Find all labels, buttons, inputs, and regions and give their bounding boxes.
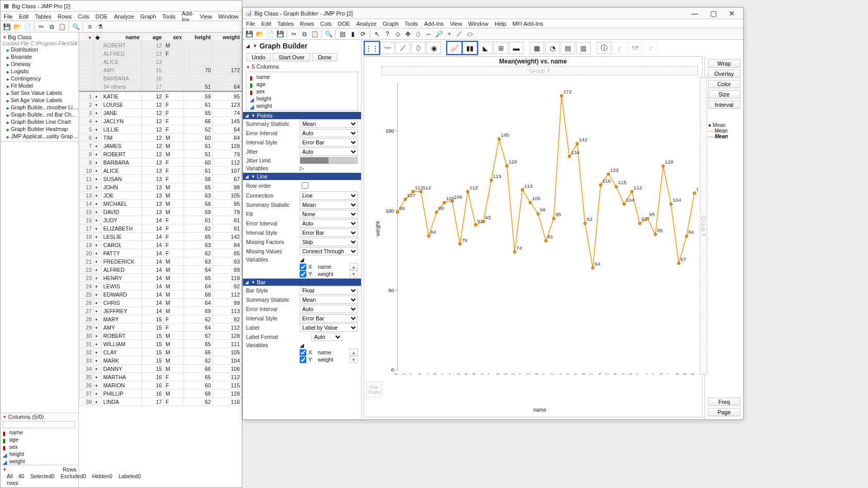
sort-icon[interactable]: ≡ (85, 22, 94, 31)
col-age[interactable]: age (141, 33, 163, 41)
col-sex[interactable]: sex (163, 33, 184, 41)
new-file-icon[interactable]: 📄 (23, 22, 32, 31)
menu-window[interactable]: Window (468, 21, 488, 27)
l-vars-expand-icon[interactable]: ◢ (300, 256, 304, 263)
b-style-select[interactable]: Float (300, 286, 358, 295)
table-row[interactable]: 30•ROBERT15M67128 (79, 332, 242, 340)
column-item[interactable]: ◢weight (1, 458, 78, 465)
gw-cut-icon[interactable]: ✂ (289, 29, 299, 39)
elem-area-icon[interactable]: ◣ (478, 42, 493, 54)
overlay-button[interactable]: Overlay (708, 70, 740, 78)
menu-cols[interactable]: Cols (78, 13, 89, 20)
table-row[interactable]: 22•ALFRED14M6499 (79, 266, 242, 274)
open-folder-icon[interactable]: 📂 (12, 22, 22, 31)
l-missf-select[interactable]: Skip (300, 238, 358, 246)
gw-copy-icon[interactable]: ⧉ (300, 29, 309, 39)
menu-window[interactable]: Window (218, 13, 238, 20)
menu-view[interactable]: View (200, 13, 212, 20)
table-row[interactable]: 29•AMY15F64112 (79, 323, 242, 332)
pinned-row[interactable]: ALFRED13F (79, 50, 242, 58)
rows-header[interactable]: Rows (63, 466, 76, 473)
menu-edit[interactable]: Edit (19, 13, 29, 20)
table-row[interactable]: 16•JUDY14F6181 (79, 216, 242, 224)
table-row[interactable]: 36•MARION16F60115 (79, 381, 242, 389)
filter-icon[interactable]: ⚗ (95, 22, 105, 31)
save-icon[interactable]: 💾 (2, 22, 11, 31)
graph-canvas[interactable]: Mean(weight) vs. name Group X Group Y we… (364, 56, 702, 417)
dropzone-map-shape[interactable]: Map Shape (366, 382, 382, 397)
table-row[interactable]: 18•LESLIE14F65142 (79, 233, 242, 241)
b-y-check[interactable] (300, 356, 306, 363)
crosshair-icon[interactable]: ✥ (403, 29, 413, 39)
elem-heatmap-icon[interactable]: ▦ (530, 42, 544, 54)
interval-button[interactable]: Interval (708, 101, 740, 109)
p-intsty-select[interactable]: Error Bar (300, 138, 358, 147)
b-y-down-icon[interactable]: ▼ (350, 356, 358, 363)
table-row[interactable]: 19•CAROL14F6384 (79, 241, 242, 249)
table-row[interactable]: 17•ELIZABETH14F6291 (79, 224, 242, 233)
elem-caption-icon[interactable]: ⓘ (597, 42, 611, 54)
gw-open-icon[interactable]: 📂 (255, 29, 264, 39)
menu-tables[interactable]: Tables (277, 21, 294, 27)
table-row[interactable]: 9•BARBARA13F60112 (79, 158, 242, 167)
column-item[interactable]: ▮sex (248, 88, 356, 95)
elem-box-icon[interactable]: ⊞ (494, 42, 508, 54)
table-row[interactable]: 25•EDWARD14M68112 (79, 290, 242, 299)
pinned-row[interactable]: BARBARA16 (79, 74, 242, 83)
b-intsty-select[interactable]: Error Bar (300, 314, 358, 322)
elem-line-icon[interactable]: 📈 (447, 42, 462, 54)
l-fill-select[interactable]: None (300, 210, 358, 218)
done-button[interactable]: Done (312, 53, 337, 61)
table-row[interactable]: 11•SUSAN13F5667 (79, 175, 242, 183)
l-x-check[interactable] (300, 264, 306, 270)
column-item[interactable]: ◢height (1, 450, 78, 458)
l-y-down-icon[interactable]: ▼ (350, 270, 358, 278)
table-row[interactable]: 4•JACLYN12F66145 (79, 117, 242, 125)
menu-add-ins[interactable]: Add-Ins (424, 21, 444, 27)
menu-doe[interactable]: DOE (95, 13, 108, 20)
menu-rows[interactable]: Rows (300, 21, 315, 27)
b-labelfmt-select[interactable]: Auto (312, 333, 342, 341)
pinned-row[interactable]: AMY1570172 (79, 66, 242, 74)
wrap-button[interactable]: Wrap (708, 59, 740, 68)
table-row[interactable]: 20•PATTY14F6285 (79, 249, 242, 257)
menu-mfiadd-ins[interactable]: MFI Add-Ins (513, 21, 543, 27)
elem-parallel-icon[interactable]: ⫽ (643, 42, 658, 54)
gw-paste-icon[interactable]: 📋 (310, 29, 319, 39)
menu-view[interactable]: View (450, 21, 462, 27)
size-button[interactable]: Size (708, 90, 740, 99)
elem-points-icon[interactable]: ⋮⋮ (365, 42, 379, 54)
l-intsty-select[interactable]: Error Bar (300, 229, 358, 237)
l-y-check[interactable] (300, 271, 306, 278)
dropzone-group-y[interactable]: Group Y (700, 77, 707, 375)
script-item[interactable]: Set Sex Value Labels (1, 90, 78, 97)
undo-button[interactable]: Undo (246, 53, 271, 61)
table-row[interactable]: 10•ALICE13F61107 (79, 167, 242, 175)
zoom-icon[interactable]: 🔍 (324, 29, 333, 39)
column-item[interactable]: ▮sex (1, 443, 78, 450)
column-item[interactable]: ▮name (1, 429, 78, 436)
b-vars-expand-icon[interactable]: ◢ (300, 342, 304, 348)
ellipse-icon[interactable]: ⬭ (465, 29, 474, 39)
script-item[interactable]: JMP Applicat...uality Graphs (1, 133, 78, 140)
table-row[interactable]: 12•JOHN13M6598 (79, 183, 242, 191)
p-sumstat-select[interactable]: Mean (300, 120, 358, 128)
cut-icon[interactable]: ✂ (37, 22, 46, 31)
l-roworder-check[interactable] (302, 182, 308, 189)
table-row[interactable]: 5•LILLIE12F5264 (79, 125, 242, 134)
copy-icon[interactable]: ⧉ (47, 22, 56, 31)
column-item[interactable]: ◢height (248, 95, 356, 102)
menu-file[interactable]: File (4, 13, 13, 20)
selector-icon[interactable]: ↖ (372, 29, 382, 39)
rowstate-header[interactable]: ◆ (94, 33, 102, 41)
search-icon[interactable]: 🔍 (71, 22, 80, 31)
elem-lineoffit-icon[interactable]: ／ (396, 42, 410, 54)
table-row[interactable]: 15•DAVID13M5979 (79, 208, 242, 216)
elem-bar-icon[interactable]: ▮▮ (463, 42, 477, 54)
menu-add-ins[interactable]: Add-Ins (182, 10, 193, 23)
elem-treemap-icon[interactable]: ▤ (561, 42, 575, 54)
col-selector-header[interactable]: 5 Columns (252, 63, 279, 70)
points-section[interactable]: Points (257, 112, 273, 119)
table-row[interactable]: 14•MICHAEL13M5895 (79, 200, 242, 208)
menu-tables[interactable]: Tables (35, 13, 52, 20)
